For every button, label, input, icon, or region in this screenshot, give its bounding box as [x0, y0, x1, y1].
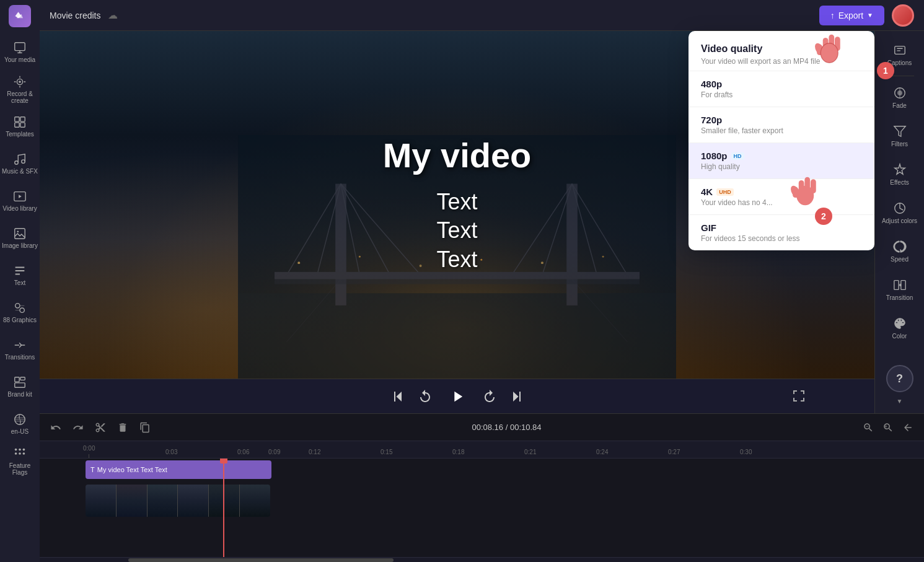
- zoom-in-button[interactable]: [879, 419, 897, 436]
- quality-option-4k[interactable]: 4K UHD Your video has no 4...: [689, 178, 874, 214]
- svg-rect-6: [20, 123, 25, 127]
- delete-button[interactable]: [114, 419, 131, 436]
- filters-panel-item[interactable]: Filters: [878, 117, 922, 154]
- duplicate-button[interactable]: [136, 419, 154, 436]
- color-panel-item[interactable]: Color: [878, 309, 922, 346]
- sidebar-item-text-label: Text: [14, 279, 25, 286]
- sidebar-item-templates[interactable]: Templates: [1, 109, 38, 144]
- right-panel: Captions Fade Filters Effects Adjust col…: [874, 31, 924, 413]
- skip-to-end-button[interactable]: [509, 389, 524, 404]
- svg-rect-48: [894, 46, 905, 54]
- video-text-line-1: Text: [383, 188, 532, 217]
- svg-point-50: [897, 90, 902, 95]
- effects-panel-item[interactable]: Effects: [878, 156, 922, 193]
- skip-to-start-button[interactable]: [390, 389, 405, 404]
- speed-label: Speed: [891, 256, 909, 263]
- sidebar-item-transitions[interactable]: Transitions: [1, 332, 38, 367]
- sidebar-item-record-create[interactable]: Record & create: [1, 72, 38, 107]
- svg-point-8: [22, 160, 25, 164]
- quality-option-gif[interactable]: GIF For videos 15 seconds or less: [689, 214, 874, 250]
- svg-rect-3: [15, 117, 19, 121]
- user-avatar[interactable]: [892, 4, 914, 27]
- video-text-overlay: My video Text Text Text: [383, 135, 532, 274]
- help-button[interactable]: ?: [886, 365, 913, 392]
- video-track-clip[interactable]: [86, 485, 270, 517]
- sidebar-item-music-sfx[interactable]: Music & SFX: [1, 146, 38, 181]
- zoom-out-button[interactable]: [860, 419, 877, 436]
- svg-rect-0: [15, 43, 25, 51]
- effects-label: Effects: [890, 179, 909, 186]
- undo-button[interactable]: [47, 419, 64, 436]
- app-logo[interactable]: [9, 5, 31, 27]
- svg-rect-5: [15, 123, 19, 127]
- sidebar-item-feature-flags[interactable]: Feature Flags: [1, 444, 38, 478]
- quality-header: Video quality Your video will export as …: [689, 31, 874, 71]
- svg-point-12: [15, 304, 20, 308]
- video-frame: [240, 485, 270, 517]
- quality-title: Video quality: [701, 43, 862, 55]
- chevron-down-icon: ▼: [897, 398, 903, 405]
- video-track-content: [86, 485, 922, 517]
- adjust-colors-panel-item[interactable]: Adjust colors: [878, 194, 922, 231]
- svg-rect-53: [900, 280, 905, 289]
- text-clip-label: My video Text Text Text: [97, 466, 167, 473]
- video-track-row: [83, 482, 924, 519]
- forward-button[interactable]: [482, 389, 497, 404]
- sidebar-item-your-media[interactable]: Your media: [1, 35, 38, 69]
- rewind-button[interactable]: [418, 389, 433, 404]
- text-clip-icon: T: [90, 466, 95, 473]
- fullscreen-button[interactable]: [791, 389, 806, 403]
- sidebar-item-your-media-label: Your media: [4, 56, 35, 63]
- quality-option-480p[interactable]: 480p For drafts: [689, 71, 874, 107]
- help-icon: ?: [896, 372, 903, 385]
- svg-point-7: [15, 161, 19, 165]
- svg-rect-16: [15, 383, 25, 387]
- sidebar-item-en-us[interactable]: en-US: [1, 406, 38, 441]
- sidebar-item-image-library[interactable]: Image library: [1, 221, 38, 255]
- export-button[interactable]: ↑ Export ▼: [819, 6, 884, 25]
- svg-rect-15: [20, 377, 25, 380]
- svg-point-18: [15, 448, 17, 450]
- playhead[interactable]: [223, 459, 224, 557]
- video-frame: [117, 485, 147, 517]
- video-frame: [178, 485, 209, 517]
- export-icon: ↑: [830, 11, 835, 20]
- transition-panel-item[interactable]: Transition: [878, 271, 922, 308]
- sidebar-item-templates-label: Templates: [6, 131, 34, 138]
- fade-label: Fade: [892, 102, 907, 109]
- sidebar-item-brand-kit-label: Brand kit: [7, 391, 32, 398]
- video-sub-text: Text Text Text: [383, 188, 532, 274]
- sidebar-item-graphics[interactable]: 88 Graphics: [1, 295, 38, 330]
- quality-option-1080p[interactable]: 1080p HD High quality: [689, 143, 874, 178]
- fade-panel-item[interactable]: Fade: [878, 79, 922, 116]
- timeline-ruler: 0:00 0:03 0:06 0:09 0:12 0:15 0:18 0:21 …: [40, 441, 924, 459]
- svg-point-22: [19, 452, 21, 455]
- cut-button[interactable]: [92, 419, 109, 436]
- sidebar-item-text[interactable]: Text: [1, 258, 38, 292]
- timeline-scrollbar-thumb[interactable]: [128, 558, 394, 562]
- sidebar-item-video-library[interactable]: Video library: [1, 183, 38, 218]
- step-badge-2: 2: [815, 208, 832, 225]
- timeline-time-display: 00:08.16 / 00:10.84: [159, 423, 855, 432]
- timeline-scrollbar[interactable]: [40, 557, 924, 562]
- text-track-clip[interactable]: T My video Text Text Text: [86, 460, 271, 479]
- quality-option-gif-desc: For videos 15 seconds or less: [701, 234, 862, 243]
- collapse-panel-button[interactable]: ▼: [878, 393, 922, 408]
- sidebar-item-brand-kit[interactable]: Brand kit: [1, 369, 38, 404]
- play-button[interactable]: [445, 384, 470, 409]
- redo-button[interactable]: [69, 419, 87, 436]
- timeline-toolbar: 00:08.16 / 00:10.84: [40, 414, 924, 441]
- quality-option-720p[interactable]: 720p Smaller file, faster export: [689, 107, 874, 143]
- sidebar-item-graphics-label: 88 Graphics: [3, 317, 37, 323]
- sidebar-item-music-label: Music & SFX: [2, 168, 38, 175]
- svg-point-13: [20, 308, 24, 312]
- project-title: Movie credits: [50, 11, 100, 20]
- svg-rect-45: [275, 279, 640, 284]
- quality-option-4k-desc: Your video has no 4...: [701, 198, 862, 207]
- fit-timeline-button[interactable]: [899, 419, 917, 436]
- text-track-content: T My video Text Text Text: [86, 460, 922, 480]
- svg-point-40: [359, 256, 361, 258]
- svg-point-43: [541, 262, 543, 265]
- playhead-handle[interactable]: [220, 459, 227, 463]
- speed-panel-item[interactable]: Speed: [878, 232, 922, 270]
